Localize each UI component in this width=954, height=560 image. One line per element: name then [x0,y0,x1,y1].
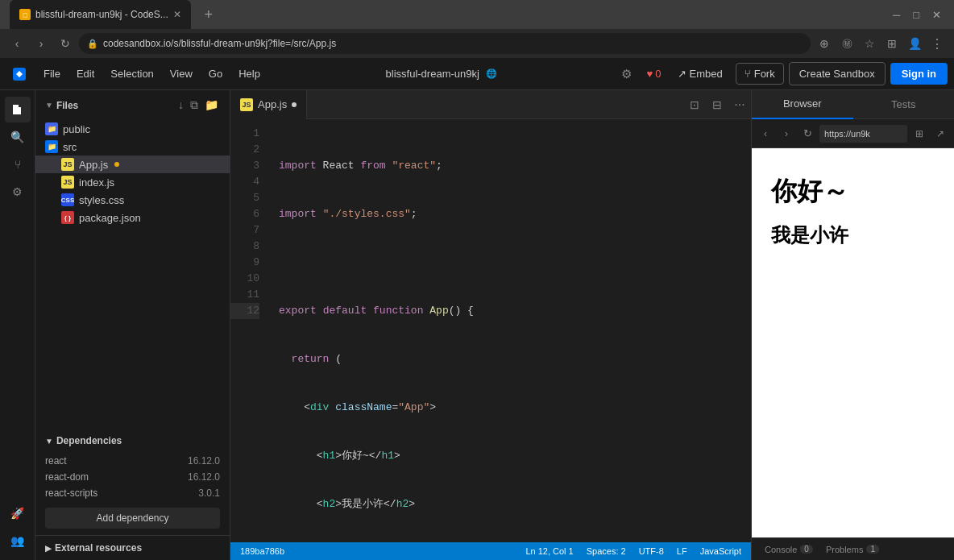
menu-file[interactable]: File [35,64,68,83]
fork-label: Fork [754,68,775,80]
editor-tab-appjs[interactable]: JS App.js [230,90,307,119]
preview-nav: ‹ › ↻ https://un9k ⊞ ↗ [752,119,954,148]
folder-src[interactable]: 📁 src [35,138,230,156]
code-content[interactable]: 1 2 3 4 5 6 7 8 9 10 11 12 import React … [230,119,751,542]
preview-reload-btn[interactable]: ↻ [798,125,816,143]
editor-tabs: JS App.js ⊡ ⊟ ··· [230,90,751,119]
url-text: codesandbox.io/s/blissful-dream-un9kj?fi… [103,38,336,49]
lock-icon: 🔒 [87,39,98,49]
window-minimize[interactable]: ─ [890,6,903,24]
back-button[interactable]: ‹ [6,33,27,54]
problems-tab[interactable]: Problems 1 [819,545,886,554]
sandbox-title: blissful-dream-un9kj [386,68,479,80]
preview-url-text: https://un9k [824,129,870,139]
fork-button[interactable]: ⑂ Fork [736,63,784,85]
signin-button[interactable]: Sign in [890,63,948,85]
tab-browser-label: Browser [783,97,822,110]
sidebar-icons: 🔍 ⑂ ⚙ 🚀 👥 [0,90,35,560]
browser-chrome: ◻ blissful-dream-un9kj - CodeS... ✕ + ─ … [0,0,954,29]
sidebar-icon-search[interactable]: 🔍 [5,124,31,150]
fork-icon: ⑂ [745,68,751,80]
translate-icon[interactable]: ㊙ [836,33,857,54]
menu-view[interactable]: View [162,64,201,83]
preview-h1: 你好～ [771,174,935,209]
embed-button[interactable]: ↗ Embed [670,64,731,84]
menu-selection[interactable]: Selection [102,64,161,83]
app-logo[interactable] [6,61,32,87]
code-line-4: export default function App() { [279,303,751,319]
bookmark-icon[interactable]: ☆ [859,33,880,54]
browser-tab[interactable]: ◻ blissful-dream-un9kj - CodeS... ✕ [10,0,191,29]
preview-back-btn[interactable]: ‹ [757,125,774,143]
dep-version-react: 16.12.0 [188,455,220,467]
file-icon-json: { } [61,211,74,224]
code-line-3 [279,255,751,271]
reload-button[interactable]: ↻ [55,33,76,54]
heart-count: 0 [655,68,661,80]
dependencies-header[interactable]: ▼ Dependencies [35,429,230,453]
file-item-stylescss[interactable]: CSS styles.css [35,191,230,209]
url-bar[interactable]: 🔒 codesandbox.io/s/blissful-dream-un9kj?… [79,33,811,54]
heart-button[interactable]: ♥ 0 [644,68,665,80]
menu-icon[interactable]: ⋮ [927,33,948,54]
editor-layout-icon[interactable]: ⊡ [683,93,706,116]
files-chevron-icon: ▼ [45,101,53,110]
console-badge: 0 [800,545,813,554]
console-tab[interactable]: Console 0 [758,545,819,554]
menu-help[interactable]: Help [230,64,268,83]
folder-public[interactable]: 📁 public [35,120,230,138]
sidebar-icon-users[interactable]: 👥 [5,528,31,554]
preview-open-new-icon[interactable]: ⊞ [910,125,928,143]
forward-button[interactable]: › [31,33,52,54]
tab-browser[interactable]: Browser [752,90,853,119]
tab-tests[interactable]: Tests [853,90,955,119]
file-item-packagejson[interactable]: { } package.json [35,209,230,226]
files-label: Files [56,100,78,111]
add-dependency-button[interactable]: Add dependency [45,508,220,529]
tab-file-icon: JS [240,98,253,111]
tab-organizer-icon[interactable]: ⊞ [881,33,902,54]
preview-url-bar[interactable]: https://un9k [819,125,907,143]
new-folder-icon[interactable]: 📁 [203,97,220,114]
copy-icon[interactable]: ⧉ [189,97,200,114]
new-file-icon[interactable]: ↓ [176,97,185,114]
cast-icon[interactable]: ⊕ [814,33,835,54]
browser-footer: Console 0 Problems 1 [752,537,954,560]
sidebar-icon-git[interactable]: ⑂ [5,151,31,177]
file-item-indexjs[interactable]: JS index.js [35,173,230,191]
window-close[interactable]: ✕ [929,6,944,24]
code-line-6: <div className="App"> [279,400,751,416]
code-lines[interactable]: import React from "react"; import "./sty… [266,119,751,542]
external-resources-header[interactable]: ▶ External resources [35,536,230,560]
settings-icon[interactable]: ⚙ [615,62,639,86]
dep-version-reactdom: 16.12.0 [188,471,220,483]
visibility-icon: 🌐 [486,68,497,79]
tab-modified-dot [292,102,297,107]
browser-preview-panel: Browser Tests ‹ › ↻ https://un9k ⊞ ↗ 你好～… [751,90,954,560]
file-item-appjs[interactable]: JS App.js [35,156,230,173]
preview-external-icon[interactable]: ↗ [931,125,949,143]
code-line-1: import React from "react"; [279,158,751,174]
tab-close-icon[interactable]: ✕ [173,9,181,20]
status-eol: LF [677,546,687,556]
file-name-css: styles.css [79,194,124,206]
create-sandbox-button[interactable]: Create Sandbox [789,62,886,85]
editor-more-icon[interactable]: ··· [728,93,751,116]
sidebar-icon-settings[interactable]: ⚙ [5,179,31,205]
preview-h2: 我是小许 [771,222,935,248]
profile-icon[interactable]: 👤 [904,33,925,54]
window-maximize[interactable]: □ [910,6,923,24]
editor-status-bar: 189ba786b Ln 12, Col 1 Spaces: 2 UTF-8 L… [230,542,751,560]
menu-edit[interactable]: Edit [68,64,102,83]
editor-preview-icon[interactable]: ⊟ [706,93,728,116]
status-commit: 189ba786b [240,546,284,556]
sidebar-icon-rocket[interactable]: 🚀 [5,500,31,526]
code-line-7: <h1>你好~</h1> [279,448,751,464]
status-encoding: UTF-8 [639,546,664,556]
tab-filename: App.js [258,98,287,110]
menu-go[interactable]: Go [201,64,230,83]
sidebar-icon-files[interactable] [5,97,31,122]
preview-forward-btn[interactable]: › [778,125,795,143]
embed-label: Embed [690,68,723,80]
new-tab-button[interactable]: + [197,3,220,26]
